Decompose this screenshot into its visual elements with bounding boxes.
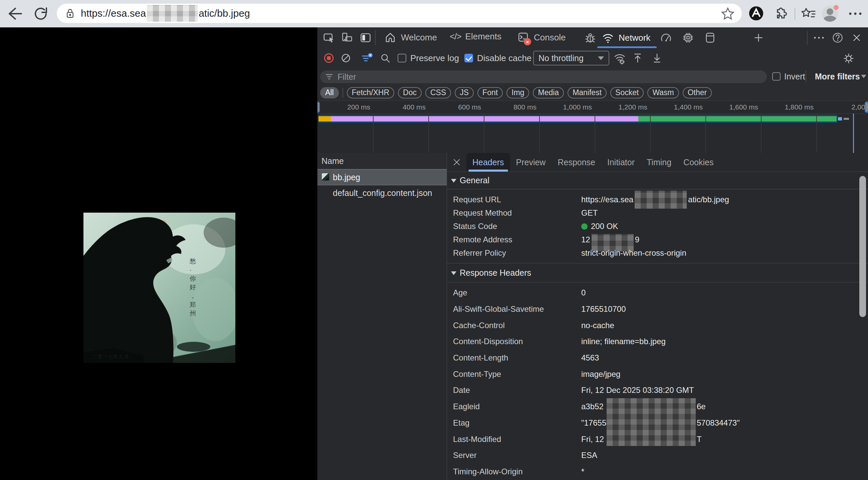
type-chip-doc[interactable]: Doc: [398, 87, 422, 98]
value-text: 1765510700: [581, 305, 626, 314]
type-chip-manifest[interactable]: Manifest: [567, 87, 607, 98]
preserve-log-checkbox[interactable]: [398, 54, 406, 62]
overview-right-handle[interactable]: [865, 101, 868, 113]
web-page-viewport: 愁·你好，郑州 二零一七年九月: [0, 27, 317, 480]
details-tab-preview[interactable]: Preview: [510, 153, 552, 171]
throttling-caret-icon: [598, 56, 604, 60]
extension-a-icon[interactable]: [748, 6, 764, 21]
response-headers-section-header[interactable]: Response Headers: [447, 263, 868, 282]
devtools-menu-icon[interactable]: [814, 35, 824, 40]
help-icon[interactable]: [832, 32, 844, 44]
dock-side-icon[interactable]: [360, 32, 372, 44]
application-storage-icon[interactable]: [704, 32, 716, 44]
tabbar-divider-right: [807, 31, 808, 45]
header-row-timing-allow-origin: Timing-Allow-Origin*: [447, 463, 868, 480]
request-list-header[interactable]: Name: [317, 153, 447, 169]
export-har-icon[interactable]: [651, 53, 663, 64]
details-tab-cookies[interactable]: Cookies: [677, 153, 719, 171]
network-wifi-icon: [601, 31, 615, 44]
tab-elements-label: Elements: [465, 31, 501, 42]
filter-input[interactable]: Filter: [320, 70, 767, 83]
header-value: "17655: [581, 418, 606, 427]
type-chip-js[interactable]: JS: [455, 87, 474, 98]
value-text: strict-origin-when-cross-origin: [581, 248, 686, 258]
tab-console[interactable]: × Console: [517, 31, 565, 43]
inspect-element-icon[interactable]: [323, 32, 335, 44]
request-row-default_config.content.json[interactable]: default_config.content.json: [317, 185, 447, 201]
performance-gauge-icon[interactable]: [660, 32, 672, 44]
code-icon: </>: [450, 31, 461, 42]
type-chip-socket[interactable]: Socket: [610, 87, 644, 98]
overview-waterfall-band[interactable]: [318, 115, 837, 123]
details-tab-timing[interactable]: Timing: [641, 153, 677, 171]
type-chip-img[interactable]: Img: [506, 87, 529, 98]
favorites-bar-icon[interactable]: [801, 6, 816, 21]
profile-avatar[interactable]: [822, 6, 838, 22]
issues-bug-icon[interactable]: [584, 31, 597, 44]
clear-network-log-icon[interactable]: [340, 53, 351, 64]
more-filters-caret-icon[interactable]: [861, 75, 866, 78]
tab-elements[interactable]: </> Elements: [450, 31, 501, 42]
close-devtools-icon[interactable]: [851, 32, 862, 43]
devtools-tabbar: Welcome </> Elements × Console Network: [317, 27, 868, 49]
header-value: ESA: [581, 451, 597, 460]
address-bar[interactable]: https://esa.seaatic/bb.jpeg: [57, 4, 742, 23]
network-conditions-icon[interactable]: [613, 52, 626, 65]
type-chip-css[interactable]: CSS: [425, 87, 451, 98]
extensions-puzzle-icon[interactable]: [773, 6, 788, 21]
type-chip-font[interactable]: Font: [477, 87, 503, 98]
header-value: strict-origin-when-cross-origin: [581, 248, 686, 258]
details-tab-response[interactable]: Response: [552, 153, 601, 171]
value-text: 4563: [581, 353, 599, 362]
type-chip-fetchxhr[interactable]: Fetch/XHR: [347, 87, 394, 98]
overview-segment: [638, 116, 837, 122]
throttling-select[interactable]: No throttling: [533, 51, 609, 65]
general-section-header[interactable]: General: [447, 171, 868, 189]
value-suffix: T: [697, 435, 702, 444]
search-icon[interactable]: [380, 53, 391, 64]
photo-bb-jpeg: 愁·你好，郑州 二零一七年九月: [84, 213, 235, 363]
invert-label[interactable]: Invert: [784, 72, 805, 82]
more-filters-label[interactable]: More filters: [815, 72, 860, 82]
tab-network[interactable]: Network: [601, 31, 650, 44]
memory-chip-icon[interactable]: [682, 32, 694, 44]
value-prefix: a3b52: [581, 402, 603, 411]
network-settings-gear-icon[interactable]: [842, 52, 855, 65]
type-chip-all[interactable]: All: [320, 87, 339, 98]
value-prefix: Fri, 12: [581, 435, 606, 444]
type-chip-wasm[interactable]: Wasm: [647, 87, 679, 98]
disable-cache-label[interactable]: Disable cache: [477, 53, 531, 63]
collapse-triangle-icon: [451, 271, 456, 275]
back-icon[interactable]: [7, 6, 23, 22]
request-details-pane: HeadersPreviewResponseInitiatorTimingCoo…: [447, 153, 868, 480]
details-tab-headers[interactable]: Headers: [466, 153, 510, 171]
more-tabs-plus-icon[interactable]: [753, 32, 764, 43]
type-chip-other[interactable]: Other: [683, 87, 712, 98]
network-filter-icon[interactable]: [360, 52, 374, 65]
overview-left-handle[interactable]: [317, 101, 320, 113]
details-tab-initiator[interactable]: Initiator: [601, 153, 641, 171]
import-har-icon[interactable]: [632, 53, 643, 64]
header-value: 129: [581, 231, 639, 248]
close-details-icon[interactable]: [447, 153, 466, 171]
load-event-line: [853, 114, 854, 153]
overview-extra-segment: [838, 117, 842, 121]
request-row-bb.jpeg[interactable]: bb.jpeg: [317, 169, 447, 185]
header-value: image/jpeg: [581, 370, 620, 379]
details-scrollbar[interactable]: [859, 176, 866, 317]
type-chip-media[interactable]: Media: [533, 87, 564, 98]
general-title: General: [460, 175, 489, 185]
bookmark-star-icon[interactable]: [720, 6, 735, 21]
device-emulation-icon[interactable]: [341, 32, 353, 44]
waterfall-gridline: [595, 114, 595, 153]
header-value: Fri, 12: [581, 435, 606, 444]
browser-menu-icon[interactable]: [848, 10, 863, 18]
preserve-log-label[interactable]: Preserve log: [410, 53, 459, 63]
header-name: Content-Length: [447, 353, 581, 362]
record-button[interactable]: [323, 52, 335, 64]
ruler-tick-label: 400 ms: [403, 103, 426, 111]
refresh-icon[interactable]: [33, 6, 49, 22]
disable-cache-checkbox[interactable]: [464, 54, 473, 62]
invert-checkbox[interactable]: [772, 72, 780, 81]
tab-welcome[interactable]: Welcome: [384, 31, 437, 43]
